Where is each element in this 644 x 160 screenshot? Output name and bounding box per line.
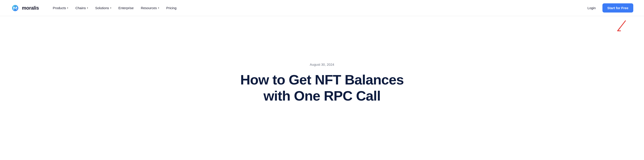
article-title: How to Get NFT Balances with One RPC Cal… — [240, 72, 404, 104]
nav-item-chains[interactable]: Chains ▾ — [72, 4, 91, 12]
nav-label-products: Products — [53, 6, 66, 10]
nav-item-pricing[interactable]: Pricing — [163, 4, 180, 12]
hero-section: August 30, 2024 How to Get NFT Balances … — [0, 16, 644, 146]
nav-item-solutions[interactable]: Solutions ▾ — [92, 4, 114, 12]
title-line-1: How to Get NFT Balances — [240, 72, 404, 87]
chevron-down-icon: ▾ — [67, 7, 68, 9]
nav-label-enterprise: Enterprise — [118, 6, 134, 10]
logo-text: moralis — [22, 5, 39, 11]
nav-item-enterprise[interactable]: Enterprise — [115, 4, 137, 12]
nav-item-products[interactable]: Products ▾ — [50, 4, 71, 12]
chevron-down-icon: ▾ — [158, 7, 159, 9]
nav-links: Products ▾ Chains ▾ Solutions ▾ Enterpri… — [50, 4, 584, 12]
logo-link[interactable]: moralis — [11, 4, 39, 12]
nav-label-solutions: Solutions — [95, 6, 109, 10]
start-free-button[interactable]: Start for Free — [602, 3, 633, 12]
nav-label-resources: Resources — [141, 6, 157, 10]
chevron-down-icon: ▾ — [110, 7, 111, 9]
moralis-logo-icon — [11, 4, 20, 12]
chevron-down-icon: ▾ — [87, 7, 88, 9]
login-button[interactable]: Login — [584, 4, 599, 12]
nav-actions: Login Start for Free — [584, 3, 633, 12]
nav-item-resources[interactable]: Resources ▾ — [138, 4, 162, 12]
navbar: moralis Products ▾ Chains ▾ Solutions ▾ … — [0, 0, 644, 16]
article-date: August 30, 2024 — [310, 62, 334, 66]
nav-label-chains: Chains — [75, 6, 86, 10]
nav-label-pricing: Pricing — [166, 6, 176, 10]
title-line-2: with One RPC Call — [264, 88, 380, 104]
